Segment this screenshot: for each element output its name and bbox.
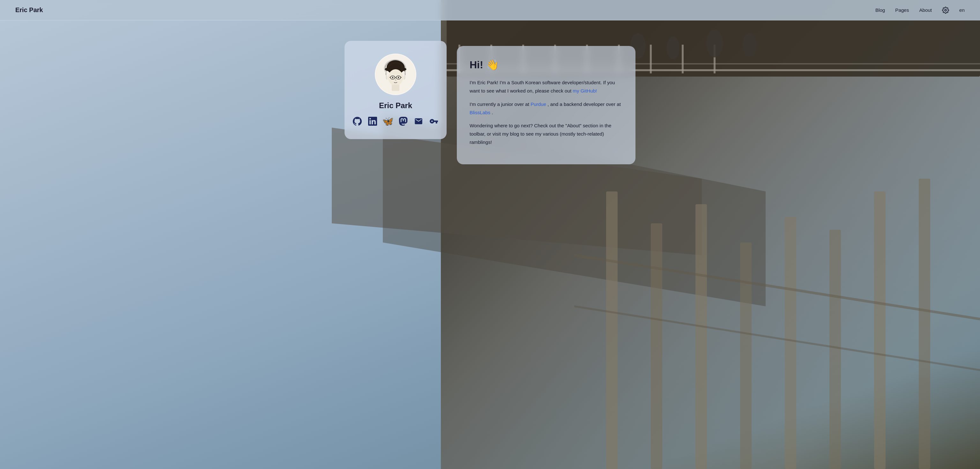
linkedin-link[interactable]	[368, 116, 378, 126]
email-link[interactable]	[414, 116, 424, 126]
info-card: Hi! 👋 I'm Eric Park! I'm a South Korean …	[457, 46, 635, 164]
brand-link[interactable]: Eric Park	[15, 6, 43, 14]
svg-point-40	[387, 75, 390, 80]
svg-point-39	[398, 77, 399, 78]
nav-pages[interactable]: Pages	[895, 7, 909, 13]
blisslabs-link[interactable]: BlissLabs	[469, 110, 490, 115]
nav-blog[interactable]: Blog	[875, 7, 885, 13]
profile-name: Eric Park	[379, 101, 412, 110]
github-link[interactable]	[352, 116, 363, 126]
purdue-link[interactable]: Purdue	[530, 102, 546, 107]
info-paragraph-3: Wondering where to go next? Check out th…	[469, 122, 623, 146]
language-selector[interactable]: en	[959, 7, 965, 13]
bluesky-link[interactable]: 🦋	[383, 116, 393, 126]
github-text-link[interactable]: my GitHub!	[573, 88, 597, 94]
profile-card: Eric Park 🦋	[345, 41, 447, 139]
gear-icon[interactable]	[942, 7, 949, 14]
greeting-text: Hi! 👋	[469, 59, 499, 71]
svg-rect-42	[392, 84, 399, 91]
info-paragraph-1: I'm Eric Park! I'm a South Korean softwa…	[469, 78, 623, 95]
svg-point-28	[945, 9, 947, 11]
mastodon-link[interactable]	[398, 116, 408, 126]
svg-point-41	[402, 75, 404, 80]
greeting-heading: Hi! 👋	[469, 59, 623, 71]
key-link[interactable]	[429, 116, 439, 126]
navbar: Eric Park Blog Pages About en	[0, 0, 980, 21]
nav-links: Blog Pages About en	[875, 7, 965, 14]
nav-about[interactable]: About	[919, 7, 932, 13]
info-paragraph-2: I'm currently a junior over at Purdue , …	[469, 100, 623, 117]
avatar-container	[375, 54, 416, 95]
svg-point-38	[392, 77, 393, 78]
social-icons: 🦋	[352, 116, 439, 126]
avatar-image	[376, 55, 415, 94]
main-content: Eric Park 🦋	[0, 21, 980, 469]
